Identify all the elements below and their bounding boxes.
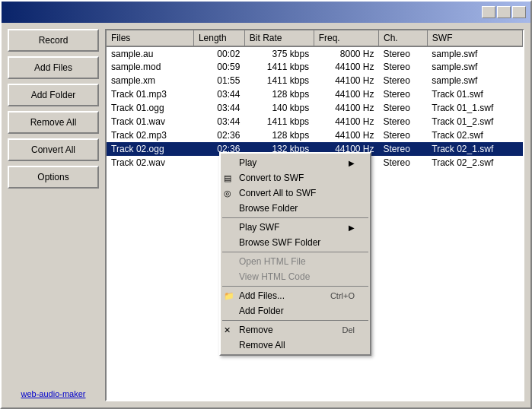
ctx-item-view-html-code: View HTML Code xyxy=(221,269,370,284)
cell-0-1: 00:02 xyxy=(193,46,244,60)
close-button[interactable] xyxy=(512,6,526,18)
cell-8-0: Track 02.wav xyxy=(107,156,193,170)
title-bar xyxy=(2,2,530,23)
cell-2-2: 1411 kbps xyxy=(244,74,314,87)
table-row[interactable]: sample.mod00:591411 kbps44100 HzStereosa… xyxy=(107,60,523,74)
sidebar-btn-options[interactable]: Options xyxy=(8,166,99,189)
cell-1-1: 00:59 xyxy=(193,60,244,74)
cell-5-5: Track 01_2.swf xyxy=(427,115,522,128)
cell-1-2: 1411 kbps xyxy=(244,60,314,74)
table-row[interactable]: Track 01.ogg03:44140 kbps44100 HzStereoT… xyxy=(107,101,523,115)
file-table: FilesLengthBit RateFreq.Ch.SWF sample.au… xyxy=(107,30,523,170)
sidebar-btn-record[interactable]: Record xyxy=(8,29,99,52)
col-header-freq-: Freq. xyxy=(314,30,378,46)
table-row[interactable]: Track 01.wav03:441411 kbps44100 HzStereo… xyxy=(107,115,523,128)
ctx-item-remove-all[interactable]: Remove All xyxy=(221,338,370,353)
sidebar-btn-convert-all[interactable]: Convert All xyxy=(8,138,99,161)
website-link[interactable]: web-audio-maker xyxy=(8,386,99,401)
ctx-icon-add-files: 📁 xyxy=(224,291,234,301)
ctx-label-open-html-file: Open HTML File xyxy=(239,256,306,267)
help-button[interactable] xyxy=(482,6,495,18)
context-menu: Play▶▤Convert to SWF◎Convert All to SWFB… xyxy=(219,152,371,356)
table-row[interactable]: Track 02.mp302:36128 kbps44100 HzStereoT… xyxy=(107,128,523,142)
col-header-files: Files xyxy=(107,30,193,46)
cell-6-0: Track 02.mp3 xyxy=(107,128,193,142)
cell-2-5: sample.swf xyxy=(427,74,522,87)
ctx-label-view-html-code: View HTML Code xyxy=(239,271,310,282)
cell-6-4: Stereo xyxy=(379,128,428,142)
cell-3-4: Stereo xyxy=(379,87,428,101)
sidebar-btn-add-folder[interactable]: Add Folder xyxy=(8,84,99,106)
ctx-icon-remove: ✕ xyxy=(224,325,231,335)
cell-6-3: 44100 Hz xyxy=(314,128,378,142)
cell-1-0: sample.mod xyxy=(107,60,193,74)
ctx-item-add-folder[interactable]: Add Folder xyxy=(221,303,370,319)
table-row[interactable]: sample.xm01:551411 kbps44100 HzStereosam… xyxy=(107,74,523,87)
ctx-item-browse-swf-folder[interactable]: Browse SWF Folder xyxy=(221,235,370,250)
table-row[interactable]: Track 01.mp303:44128 kbps44100 HzStereoT… xyxy=(107,87,523,101)
sidebar-btn-add-files[interactable]: Add Files xyxy=(8,56,99,79)
ctx-shortcut-remove: Del xyxy=(342,325,355,334)
minimize-button[interactable] xyxy=(497,6,511,18)
content-area: RecordAdd FilesAdd FolderRemove AllConve… xyxy=(2,23,530,407)
ctx-arrow-play-swf: ▶ xyxy=(349,224,355,232)
cell-1-5: sample.swf xyxy=(427,60,522,74)
cell-2-4: Stereo xyxy=(379,74,428,87)
cell-5-1: 03:44 xyxy=(193,115,244,128)
ctx-separator xyxy=(222,252,368,252)
ctx-label-convert-to-swf: Convert to SWF xyxy=(239,173,304,183)
ctx-separator xyxy=(222,217,368,218)
cell-8-5: Track 02_2.swf xyxy=(427,156,522,170)
ctx-label-play-swf: Play SWF xyxy=(239,222,279,233)
ctx-separator xyxy=(222,320,368,321)
cell-4-1: 03:44 xyxy=(193,101,244,115)
ctx-item-play-swf[interactable]: Play SWF▶ xyxy=(221,220,370,235)
table-row[interactable]: sample.au00:02375 kbps8000 HzStereosampl… xyxy=(107,46,523,60)
col-header-length: Length xyxy=(193,30,244,46)
ctx-item-browse-folder[interactable]: Browse Folder xyxy=(221,201,370,216)
ctx-separator xyxy=(222,286,368,287)
cell-4-5: Track 01_1.swf xyxy=(427,101,522,115)
col-header-swf: SWF xyxy=(427,30,522,46)
ctx-icon-convert-to-swf: ▤ xyxy=(224,173,231,183)
cell-7-5: Track 02_1.swf xyxy=(427,142,522,156)
ctx-item-remove[interactable]: ✕RemoveDel xyxy=(221,322,370,338)
cell-2-0: sample.xm xyxy=(107,74,193,87)
cell-3-1: 03:44 xyxy=(193,87,244,101)
cell-3-2: 128 kbps xyxy=(244,87,314,101)
main-area: FilesLengthBit RateFreq.Ch.SWF sample.au… xyxy=(105,29,524,401)
sidebar-spacer xyxy=(8,193,99,382)
sidebar-btn-remove-all[interactable]: Remove All xyxy=(8,111,99,134)
cell-4-3: 44100 Hz xyxy=(314,101,378,115)
ctx-item-play[interactable]: Play▶ xyxy=(221,155,370,170)
cell-5-3: 44100 Hz xyxy=(314,115,378,128)
cell-3-3: 44100 Hz xyxy=(314,87,378,101)
ctx-item-add-files[interactable]: 📁Add Files...Ctrl+O xyxy=(221,288,370,303)
col-header-ch-: Ch. xyxy=(379,30,428,46)
ctx-label-browse-swf-folder: Browse SWF Folder xyxy=(239,237,320,248)
cell-0-0: sample.au xyxy=(107,46,193,60)
cell-1-3: 44100 Hz xyxy=(314,60,378,74)
cell-4-0: Track 01.ogg xyxy=(107,101,193,115)
cell-5-2: 1411 kbps xyxy=(244,115,314,128)
cell-5-4: Stereo xyxy=(379,115,428,128)
col-header-bit-rate: Bit Rate xyxy=(244,30,314,46)
title-bar-controls xyxy=(482,6,526,18)
ctx-shortcut-add-files: Ctrl+O xyxy=(330,291,355,300)
ctx-label-add-files: Add Files... xyxy=(239,290,285,301)
cell-2-1: 01:55 xyxy=(193,74,244,87)
cell-2-3: 44100 Hz xyxy=(314,74,378,87)
ctx-label-convert-all-to-swf: Convert All to SWF xyxy=(239,188,316,198)
ctx-label-play: Play xyxy=(239,157,256,168)
ctx-item-convert-all-to-swf[interactable]: ◎Convert All to SWF xyxy=(221,185,370,201)
cell-6-1: 02:36 xyxy=(193,128,244,142)
cell-3-0: Track 01.mp3 xyxy=(107,87,193,101)
cell-6-5: Track 02.swf xyxy=(427,128,522,142)
ctx-label-remove-all: Remove All xyxy=(239,340,285,350)
ctx-arrow-play: ▶ xyxy=(349,159,355,167)
cell-7-4: Stereo xyxy=(379,142,428,156)
cell-6-2: 128 kbps xyxy=(244,128,314,142)
ctx-item-convert-to-swf[interactable]: ▤Convert to SWF xyxy=(221,170,370,185)
sidebar: RecordAdd FilesAdd FolderRemove AllConve… xyxy=(8,29,99,401)
cell-0-2: 375 kbps xyxy=(244,46,314,60)
